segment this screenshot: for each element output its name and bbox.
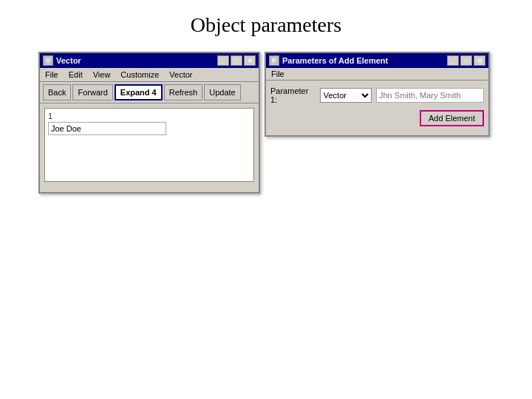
vector-window-icon: V — [43, 55, 53, 66]
params-window: P Parameters of Add Element _ □ ✕ File P… — [265, 52, 490, 137]
params-menubar: File — [266, 68, 488, 81]
titlebar-left: V Vector — [43, 55, 81, 66]
params-titlebar: P Parameters of Add Element _ □ ✕ — [266, 53, 488, 68]
params-btn-row: Add Element — [270, 109, 484, 129]
params-titlebar-left: P Parameters of Add Element — [269, 55, 388, 66]
params-maximize-button[interactable]: □ — [460, 55, 472, 66]
forward-button[interactable]: Forward — [72, 84, 112, 100]
parameter-row: Parameter 1: Vector List Map — [270, 86, 484, 104]
page-title: Object parameters — [0, 0, 532, 47]
vector-titlebar: V Vector _ □ ✕ — [40, 53, 259, 68]
params-menu-file[interactable]: File — [269, 69, 287, 79]
close-button[interactable]: ✕ — [244, 55, 256, 66]
cell-input[interactable] — [48, 122, 166, 135]
update-button[interactable]: Update — [204, 84, 240, 100]
parameter-select[interactable]: Vector List Map — [320, 88, 372, 103]
menu-view[interactable]: View — [91, 69, 113, 80]
expand-button[interactable]: Expand 4 — [115, 84, 163, 100]
vector-window-title: Vector — [56, 56, 81, 65]
vector-window: V Vector _ □ ✕ File Edit View Customize … — [38, 52, 260, 194]
params-titlebar-controls: _ □ ✕ — [447, 55, 485, 66]
params-minimize-button[interactable]: _ — [447, 55, 459, 66]
refresh-button[interactable]: Refresh — [164, 84, 203, 100]
menu-customize[interactable]: Customize — [118, 69, 161, 80]
vector-content: 1 — [40, 103, 259, 192]
vector-menubar: File Edit View Customize Vector — [40, 68, 259, 82]
params-text-input[interactable] — [376, 88, 484, 103]
back-button[interactable]: Back — [43, 84, 71, 100]
titlebar-controls: _ □ ✕ — [217, 55, 256, 66]
params-close-button[interactable]: ✕ — [474, 55, 485, 66]
parameter-label: Parameter 1: — [270, 86, 316, 104]
vector-toolbar: Back Forward Expand 4 Refresh Update — [40, 82, 259, 103]
params-window-title: Parameters of Add Element — [282, 56, 388, 65]
menu-file[interactable]: File — [43, 69, 61, 80]
params-window-icon: P — [269, 55, 279, 66]
add-element-button[interactable]: Add Element — [420, 110, 484, 126]
content-area: 1 — [44, 108, 254, 182]
minimize-button[interactable]: _ — [217, 55, 229, 66]
menu-edit[interactable]: Edit — [66, 69, 85, 80]
params-body: Parameter 1: Vector List Map Add Element — [266, 81, 488, 135]
maximize-button[interactable]: □ — [231, 55, 242, 66]
row-number: 1 — [48, 112, 250, 120]
menu-vector[interactable]: Vector — [167, 69, 194, 80]
